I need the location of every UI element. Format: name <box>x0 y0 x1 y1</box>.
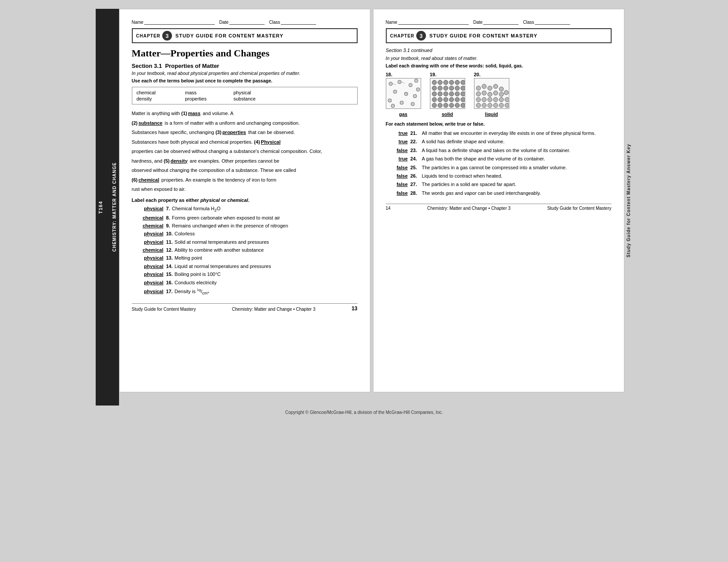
svg-point-39 <box>432 103 437 108</box>
page-num-right: 14 <box>386 206 391 211</box>
word-col-2: mass properties <box>185 90 234 101</box>
date-label: Date <box>219 20 228 25</box>
num-8: 8. <box>166 215 170 221</box>
text-11: Solid at normal temperatures and pressur… <box>175 239 358 246</box>
svg-point-9 <box>411 102 414 106</box>
svg-point-27 <box>432 92 437 96</box>
svg-point-1 <box>398 80 401 84</box>
page-num-left: 13 <box>351 305 357 312</box>
right-name-label: Name <box>386 20 398 25</box>
outer-wrapper: T164 Chemistry: Matter and Change Name D… <box>96 9 633 406</box>
num-14: 14. <box>166 263 173 270</box>
word-substance: substance <box>234 96 282 101</box>
svg-point-54 <box>499 92 504 97</box>
chapter-num: 3 <box>162 31 172 41</box>
tf-24: true 24. A gas has both the shape and th… <box>386 156 612 162</box>
footer-center: Chemistry: Matter and Change • Chapter 3 <box>232 307 315 312</box>
svg-point-32 <box>461 92 465 96</box>
svg-point-8 <box>400 101 403 104</box>
tf-answer-23: false <box>386 147 408 154</box>
section-label: Section 3.1 <box>132 63 162 69</box>
property-11: physical 11. Solid at normal temperature… <box>132 239 358 246</box>
answer-11: physical <box>132 239 164 246</box>
word-physical: physical <box>234 90 282 95</box>
svg-line-12 <box>392 84 396 85</box>
svg-point-55 <box>504 90 508 95</box>
svg-point-51 <box>482 91 486 95</box>
right-page: Name Date Class CHAPTER 3 STUDY GUIDE FO… <box>373 9 624 392</box>
tf-answer-24: true <box>386 156 408 162</box>
svg-point-61 <box>505 97 509 102</box>
word-box: chemical density mass properties physica… <box>132 87 358 104</box>
tf-text-26: Liquids tend to contract when heated. <box>422 173 612 179</box>
gas-svg <box>386 78 421 108</box>
right-chapter-title: STUDY GUIDE FOR CONTENT MASTERY <box>429 33 538 38</box>
property-13: physical 13. Melting point <box>132 255 358 261</box>
fill-blank-5: properties can be observed without chang… <box>132 148 358 155</box>
text-8: Forms green carbonate when exposed to mo… <box>172 215 358 221</box>
property-9: chemical 9. Remains unchanged when in th… <box>132 223 358 229</box>
text-17: Density is 1g/cm³ <box>175 287 358 296</box>
answer-17: physical <box>132 288 164 295</box>
word-col-1: chemical density <box>137 90 185 101</box>
svg-point-40 <box>438 103 442 108</box>
svg-point-10 <box>416 88 420 91</box>
fill-blank-8: (6)chemical properties. An example is th… <box>132 176 358 184</box>
property-16: physical 16. Conducts electricity <box>132 279 358 286</box>
svg-point-2 <box>409 83 412 87</box>
num-12: 12. <box>166 247 173 253</box>
left-tab-label: Chemistry: Matter and Change <box>112 163 117 252</box>
drawing-19: 19. <box>430 72 465 117</box>
svg-point-17 <box>444 80 448 85</box>
right-name-field <box>398 24 469 25</box>
drawing-num-18: 18. <box>386 72 392 77</box>
left-page: Name Date Class CHAPTER 3 STUDY GUIDE FO… <box>119 9 370 392</box>
right-chapter-header: CHAPTER 3 STUDY GUIDE FOR CONTENT MASTER… <box>386 28 612 43</box>
chapter-label: CHAPTER <box>136 33 161 38</box>
svg-point-60 <box>499 97 504 102</box>
name-date-row: Name Date Class <box>132 20 358 25</box>
svg-point-44 <box>461 103 465 108</box>
answer-15: physical <box>132 271 164 278</box>
svg-point-35 <box>444 97 448 102</box>
svg-point-41 <box>444 103 448 108</box>
date-field <box>229 24 265 25</box>
right-chapter-label: CHAPTER <box>390 33 414 38</box>
num-10: 10. <box>166 231 173 237</box>
svg-point-30 <box>449 92 454 96</box>
tf-text-28: The words gas and vapor can be used inte… <box>422 190 612 197</box>
pages-container: Name Date Class CHAPTER 3 STUDY GUIDE FO… <box>119 9 624 392</box>
right-side-tab: Study Guide for Content Mastery Answer K… <box>624 9 633 392</box>
class-label: Class <box>269 20 280 25</box>
drawing-20: 20. <box>474 72 509 117</box>
property-12: chemical 12. Ability to combine with ano… <box>132 247 358 253</box>
right-name-date-row: Name Date Class <box>386 20 612 25</box>
svg-point-31 <box>455 92 459 96</box>
italic-instruction: In your textbook, read about physical pr… <box>132 71 358 76</box>
tf-25: false 25. The particles in a gas cannot … <box>386 164 612 171</box>
svg-point-45 <box>476 86 481 90</box>
right-italic-instruction: In your textbook, read about states of m… <box>386 56 612 61</box>
right-class-field <box>535 24 570 25</box>
page-main-title: Matter—Properties and Changes <box>132 48 358 59</box>
tf-answer-26: false <box>386 173 408 179</box>
num-16: 16. <box>166 279 173 286</box>
state-label-19: solid <box>442 112 453 117</box>
drawing-num-19: 19. <box>430 72 437 77</box>
answer-16: physical <box>132 279 164 286</box>
svg-point-38 <box>461 97 465 102</box>
fill-blank-9: rust when exposed to air. <box>132 186 358 193</box>
tf-27: false 27. The particles in a solid are s… <box>386 181 612 188</box>
svg-point-25 <box>455 86 459 90</box>
name-field <box>144 24 215 25</box>
svg-point-66 <box>499 103 504 108</box>
section-continued: Section 3.1 continued <box>386 48 612 53</box>
liquid-svg <box>474 78 509 108</box>
svg-line-13 <box>401 82 405 83</box>
tf-answer-21: true <box>386 130 408 137</box>
svg-point-15 <box>432 80 437 85</box>
answer-7: physical <box>132 205 164 212</box>
svg-point-4 <box>393 90 397 93</box>
solid-svg <box>430 78 465 108</box>
solid-drawing <box>430 78 465 109</box>
